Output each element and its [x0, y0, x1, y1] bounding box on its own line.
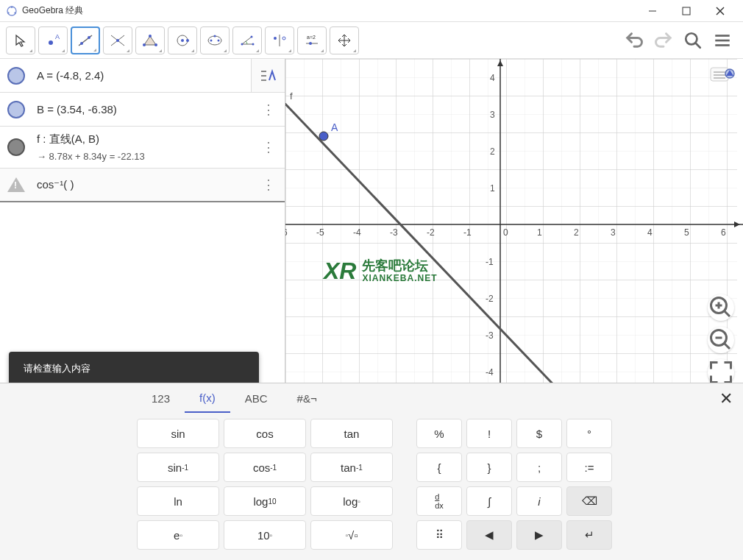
key-tan[interactable]: tan [310, 419, 393, 448]
key-exp[interactable]: e▫ [137, 520, 219, 550]
graphics-view[interactable]: -6-5-4-3-2-10123456 4321-1-2-3-4 f A [285, 59, 743, 390]
key-semicolon[interactable]: ; [516, 453, 562, 482]
svg-text:6: 6 [721, 227, 726, 238]
svg-point-32 [282, 37, 285, 40]
svg-text:3: 3 [490, 110, 495, 120]
maximize-button[interactable] [669, 0, 703, 22]
tool-circle[interactable] [168, 26, 197, 54]
key-i[interactable]: i [516, 486, 562, 516]
key-cos[interactable]: cos [224, 419, 306, 448]
key-ln[interactable]: ln [137, 486, 219, 516]
key-right[interactable]: ▶ [516, 520, 562, 550]
key-left[interactable]: ◀ [466, 520, 512, 550]
visibility-toggle[interactable] [7, 138, 25, 156]
redo-button[interactable] [649, 26, 678, 55]
svg-text:5: 5 [684, 227, 689, 238]
svg-text:-5: -5 [316, 227, 324, 238]
svg-text:2: 2 [490, 146, 495, 157]
kb-tab-sym[interactable]: #&¬ [282, 383, 332, 413]
key-backspace[interactable]: ⌫ [566, 486, 612, 516]
point-label: A [331, 121, 338, 133]
svg-text:-2: -2 [486, 294, 494, 304]
keyboard-close-button[interactable]: ✕ [719, 389, 733, 408]
search-button[interactable] [678, 26, 708, 55]
menu-button[interactable] [708, 26, 737, 55]
fullscreen-button[interactable] [708, 359, 734, 386]
zoom-out-button[interactable] [708, 327, 734, 353]
svg-point-70 [319, 132, 328, 141]
visibility-toggle[interactable] [7, 101, 25, 118]
tool-point[interactable]: A [38, 26, 68, 54]
svg-point-27 [241, 43, 243, 45]
key-pow10[interactable]: 10▫ [224, 520, 306, 550]
visibility-toggle[interactable] [7, 67, 25, 85]
key-log10[interactable]: log10 [224, 486, 306, 516]
algebra-expr: cos⁻¹( ) [37, 178, 260, 191]
tool-slider[interactable]: a=2 [297, 26, 327, 54]
tool-perpendicular[interactable] [103, 26, 132, 54]
zoom-in-button[interactable] [708, 294, 734, 321]
svg-point-19 [143, 43, 146, 46]
key-enter[interactable]: ↵ [566, 520, 612, 550]
svg-point-22 [186, 39, 189, 42]
svg-point-21 [181, 39, 184, 42]
tool-polygon[interactable] [135, 26, 165, 54]
key-integral[interactable]: ∫ [466, 486, 512, 516]
key-matrix[interactable]: ⠿ [416, 520, 462, 550]
svg-point-3 [14, 12, 16, 14]
tool-move-view[interactable] [330, 26, 359, 54]
algebra-row[interactable]: cos⁻¹( ) ⋮ [0, 169, 285, 202]
tool-move[interactable] [6, 26, 35, 54]
svg-text:-4: -4 [486, 367, 494, 378]
key-factorial[interactable]: ! [466, 419, 512, 448]
kb-tab-fx[interactable]: f(x) [185, 383, 230, 413]
svg-text:4: 4 [647, 227, 653, 238]
tool-ellipse[interactable] [200, 26, 230, 54]
key-assign[interactable]: := [566, 453, 612, 482]
kb-tab-abc[interactable]: ABC [230, 383, 282, 413]
svg-rect-5 [683, 7, 690, 15]
svg-point-12 [88, 36, 90, 39]
svg-text:-3: -3 [390, 227, 398, 238]
algebra-row[interactable]: f : 直线(A, B) → 8.78x + 8.34y = -22.13 ⋮ [0, 127, 285, 169]
key-derivative[interactable]: ddx [416, 486, 462, 516]
tool-line[interactable] [71, 26, 100, 54]
svg-rect-45 [285, 59, 737, 383]
sort-button[interactable] [251, 59, 285, 93]
minimize-button[interactable] [636, 0, 669, 22]
key-acos[interactable]: cos-1 [224, 453, 306, 482]
key-nroot[interactable]: ▫√▫ [310, 520, 393, 550]
graphics-settings-button[interactable] [709, 63, 736, 87]
key-asin[interactable]: sin-1 [137, 453, 219, 482]
svg-point-31 [274, 37, 277, 40]
row-more-icon[interactable]: ⋮ [260, 102, 277, 118]
algebra-expr: f : 直线(A, B) → 8.78x + 8.34y = -22.13 [37, 132, 260, 162]
tool-angle[interactable] [232, 26, 262, 54]
svg-point-24 [210, 39, 213, 41]
key-percent[interactable]: % [416, 419, 462, 448]
key-atan[interactable]: tan-1 [310, 453, 393, 482]
key-dollar[interactable]: $ [516, 419, 562, 448]
key-sin[interactable]: sin [137, 419, 219, 448]
svg-text:a=2: a=2 [307, 35, 316, 40]
watermark: XR 先客吧论坛 XIANKEBA.NET [324, 258, 437, 285]
svg-text:3: 3 [611, 227, 616, 238]
key-rbrace[interactable]: } [466, 453, 512, 482]
algebra-view: A = (-4.8, 2.4) B = (3.54, -6.38) ⋮ f : … [0, 59, 285, 390]
close-button[interactable] [703, 0, 737, 22]
row-more-icon[interactable]: ⋮ [260, 139, 277, 155]
algebra-row[interactable]: B = (3.54, -6.38) ⋮ [0, 93, 285, 127]
svg-point-26 [214, 35, 216, 37]
row-more-icon[interactable]: ⋮ [260, 177, 277, 193]
svg-text:-4: -4 [353, 227, 361, 238]
key-logn[interactable]: log▫ [310, 486, 393, 516]
key-lbrace[interactable]: { [416, 453, 462, 482]
tool-reflect[interactable] [265, 26, 294, 54]
svg-text:1: 1 [537, 227, 542, 238]
algebra-row[interactable]: A = (-4.8, 2.4) [0, 59, 285, 93]
kb-tab-123[interactable]: 123 [137, 383, 185, 413]
svg-text:0: 0 [503, 227, 508, 238]
svg-text:-1: -1 [486, 257, 494, 267]
key-degree[interactable]: ° [566, 419, 612, 448]
undo-button[interactable] [619, 26, 649, 55]
